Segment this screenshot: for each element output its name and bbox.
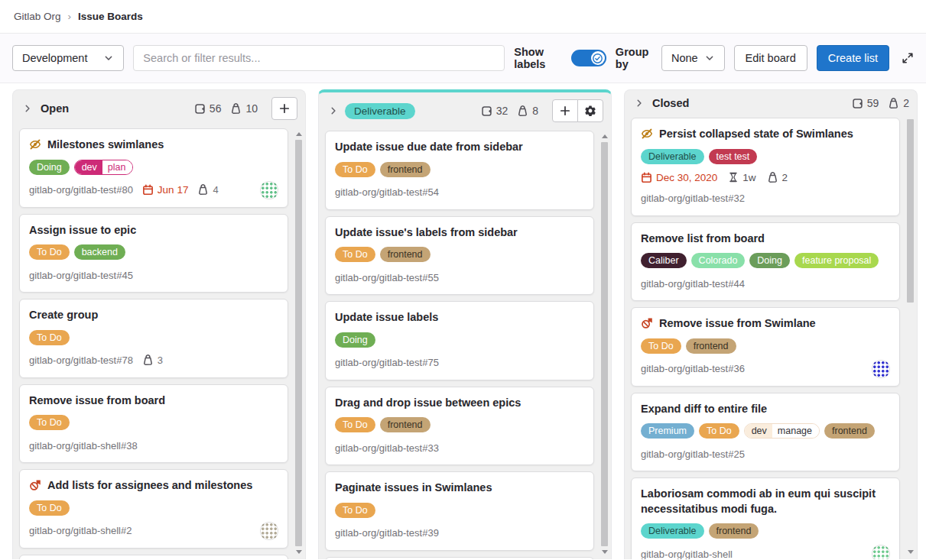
label-pill[interactable]: frontend: [380, 162, 431, 177]
issue-card[interactable]: Add lists for assignees and milestonesTo…: [19, 469, 288, 549]
chevron-right-icon[interactable]: [22, 103, 33, 114]
label-pill[interactable]: Caliber: [641, 253, 687, 268]
label-pill[interactable]: test test: [709, 149, 758, 164]
issue-card[interactable]: Create groupTo Dogitlab-org/gitlab-test#…: [19, 299, 288, 378]
filter-bar-actions: Show labels Group by None Edit board Cre…: [514, 45, 914, 71]
group-by-label: Group by: [616, 46, 652, 70]
column-actions: [271, 97, 297, 120]
issue-card[interactable]: Drag and drop issue between epicsTo Dofr…: [325, 387, 594, 466]
calendar-icon: [641, 172, 652, 183]
label-pill[interactable]: Deliverable: [641, 523, 704, 539]
assignee-avatar[interactable]: [260, 522, 278, 540]
search-input[interactable]: [133, 45, 505, 71]
card-title-text: Drag and drop issue between epics: [335, 396, 521, 411]
label-pill[interactable]: frontend: [380, 247, 431, 262]
assignee-avatar[interactable]: [872, 545, 890, 559]
scroll-up-arrow[interactable]: [294, 130, 303, 138]
issue-reference: gitlab-org/gitlab-test#45: [29, 270, 133, 281]
scrollbar-thumb[interactable]: [295, 140, 302, 546]
scrollbar-thumb[interactable]: [907, 119, 914, 303]
group-by-select[interactable]: None: [661, 45, 725, 71]
edit-board-button[interactable]: Edit board: [734, 45, 807, 71]
scoped-label[interactable]: devmanage: [744, 423, 820, 439]
label-pill[interactable]: To Do: [335, 247, 375, 262]
chevron-down-icon: [704, 53, 715, 63]
card-footer: gitlab-org/gitlab-shell#2: [29, 523, 278, 539]
issue-card[interactable]: Paginate issues in SwimlanesTo Dogitlab-…: [325, 471, 594, 551]
label-pill[interactable]: To Do: [699, 423, 739, 439]
label-pill[interactable]: frontend: [686, 338, 736, 354]
issue-card[interactable]: Update issue's labels from sidebarTo Dof…: [325, 216, 594, 296]
column-scrollbar[interactable]: [294, 128, 303, 558]
scroll-down-arrow[interactable]: [294, 548, 303, 556]
issue-count: 56: [194, 102, 222, 115]
label-pill[interactable]: feature proposal: [794, 253, 879, 268]
card-title-text: Laboriosam commodi ab in eum qui suscipi…: [641, 487, 890, 516]
card-title-text: Expand diff to entire file: [641, 402, 767, 417]
chevron-right-icon[interactable]: [634, 98, 645, 108]
label-pill[interactable]: To Do: [29, 415, 70, 430]
label-pill[interactable]: Doing: [749, 253, 790, 268]
issue-count: 32: [481, 105, 508, 117]
issue-card[interactable]: Assign issue to epicTo Dobackendgitlab-o…: [19, 214, 288, 293]
issue-card[interactable]: Laboriosam commodi ab in eum qui suscipi…: [631, 477, 900, 559]
issue-reference: gitlab-org/gitlab-test#75: [335, 357, 439, 368]
label-pill[interactable]: Doing: [29, 160, 70, 175]
card-title-text: Assign issue to epic: [29, 223, 136, 238]
breadcrumb-parent[interactable]: Gitlab Org: [14, 11, 61, 22]
create-list-button[interactable]: Create list: [817, 45, 889, 71]
toggle-check-icon: [591, 51, 605, 65]
list-settings-button[interactable]: [577, 99, 603, 122]
assignee-avatar[interactable]: [260, 181, 278, 199]
blocked-icon: [641, 317, 653, 329]
column-title-label[interactable]: Deliverable: [345, 103, 415, 119]
issue-card[interactable]: Update issue due date from sidebarTo Dof…: [325, 131, 594, 210]
label-pill[interactable]: To Do: [335, 503, 375, 518]
scroll-down-arrow[interactable]: [600, 548, 609, 556]
card-partial[interactable]: [325, 557, 594, 559]
issue-reference: gitlab-org/gitlab-test#80: [29, 184, 133, 196]
issue-card[interactable]: Persist collapsed state of SwimlanesDeli…: [631, 118, 900, 216]
label-pill[interactable]: frontend: [824, 423, 875, 439]
card-footer: gitlab-org/gitlab-test#54: [335, 185, 584, 200]
show-labels-toggle[interactable]: [571, 50, 606, 66]
label-pill[interactable]: backend: [74, 244, 125, 260]
board-select[interactable]: Development: [12, 45, 124, 71]
due-date-value: Dec 30, 2020: [656, 172, 717, 183]
label-pill[interactable]: To Do: [641, 338, 681, 354]
issue-card[interactable]: Update issue labelsDoinggitlab-org/gitla…: [325, 301, 594, 380]
label-pill[interactable]: frontend: [380, 417, 431, 432]
card-partial[interactable]: [19, 555, 288, 559]
issue-card[interactable]: Remove list from boardCaliberColoradoDoi…: [631, 222, 900, 302]
chevron-right-icon[interactable]: [328, 105, 339, 116]
weight-count-value: 2: [903, 97, 909, 109]
issue-reference: gitlab-org/gitlab-test#39: [335, 527, 439, 539]
issue-card[interactable]: Remove issue from boardTo Dogitlab-org/g…: [19, 384, 288, 464]
card-meta-row: Dec 30, 20201w2: [641, 172, 890, 183]
scrollbar-thumb[interactable]: [601, 142, 608, 546]
issue-card[interactable]: Remove issue from SwimlaneTo Dofrontendg…: [631, 307, 900, 387]
label-pill[interactable]: Premium: [641, 423, 694, 439]
column-scrollbar[interactable]: [906, 118, 915, 558]
add-issue-button[interactable]: [271, 97, 297, 120]
issue-card[interactable]: Milestones swimlanesDoingdevplangitlab-o…: [19, 128, 288, 208]
label-pill[interactable]: To Do: [335, 162, 375, 177]
label-pill[interactable]: Doing: [335, 332, 375, 348]
board-select-value: Development: [22, 52, 87, 64]
assignee-avatar[interactable]: [872, 360, 890, 378]
scoped-label[interactable]: devplan: [74, 160, 134, 175]
label-pill[interactable]: frontend: [709, 523, 759, 539]
add-issue-button[interactable]: [552, 99, 578, 122]
label-pill[interactable]: Colorado: [691, 253, 746, 268]
card-labels: To Dofrontend: [335, 417, 584, 432]
maximize-icon[interactable]: [902, 52, 914, 64]
issue-card[interactable]: Expand diff to entire filePremiumTo Dode…: [631, 393, 900, 472]
column-scrollbar[interactable]: [600, 131, 609, 558]
label-pill[interactable]: To Do: [29, 330, 70, 345]
scroll-up-arrow[interactable]: [600, 132, 609, 141]
label-pill[interactable]: Deliverable: [641, 149, 704, 164]
label-pill[interactable]: To Do: [335, 417, 375, 432]
label-pill[interactable]: To Do: [29, 244, 70, 260]
scroll-down-arrow[interactable]: [906, 548, 915, 556]
label-pill[interactable]: To Do: [29, 500, 70, 516]
